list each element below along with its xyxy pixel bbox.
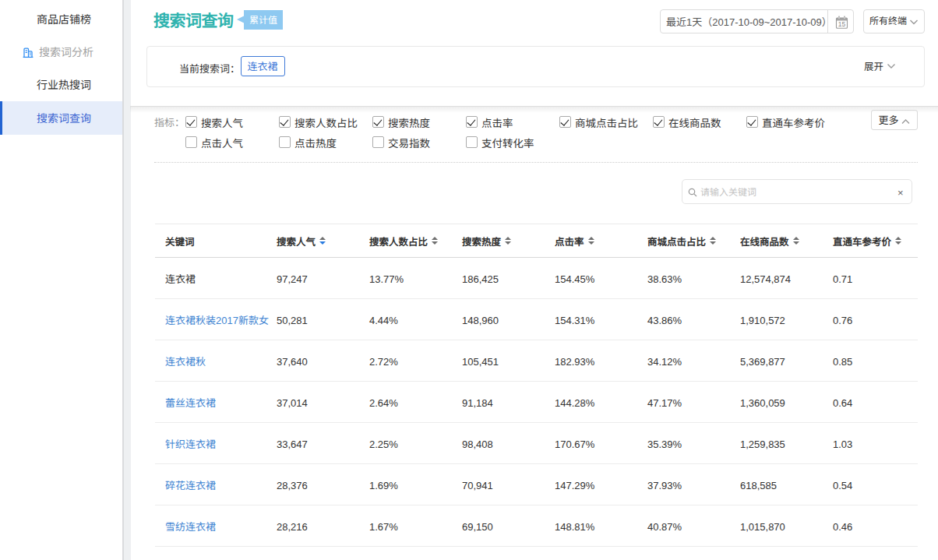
svg-text:15: 15 xyxy=(838,20,845,28)
